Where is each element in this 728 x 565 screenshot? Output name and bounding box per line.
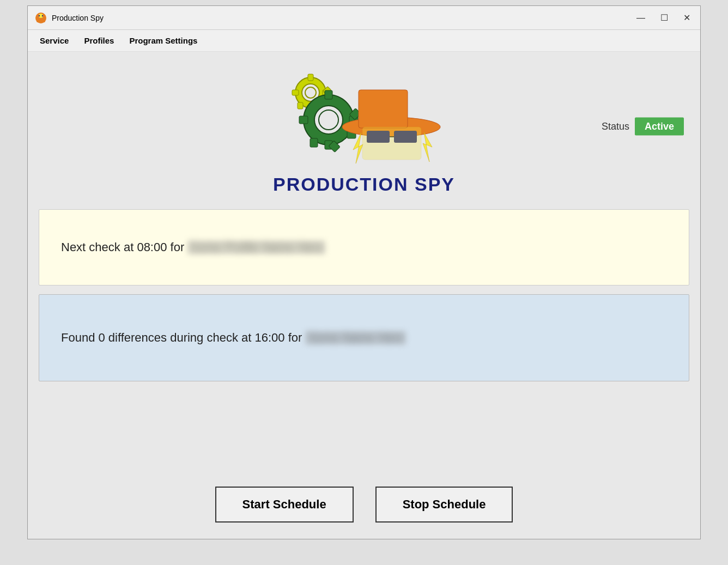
buttons-row: Start Schedule Stop Schedule xyxy=(28,473,700,539)
stop-schedule-button[interactable]: Stop Schedule xyxy=(375,487,513,523)
app-icon xyxy=(34,11,47,25)
last-check-panel: Found 0 differences during check at 16:0… xyxy=(39,294,689,381)
minimize-button[interactable]: — xyxy=(633,13,648,23)
next-check-panel: Next check at 08:00 for Some Profile Nam… xyxy=(39,209,689,285)
logo-svg xyxy=(277,63,451,172)
status-label: Status xyxy=(602,120,629,132)
logo-container: PRODUCTION SPY xyxy=(273,63,455,195)
info-panels: Next check at 08:00 for Some Profile Nam… xyxy=(28,201,700,473)
content-area: PRODUCTION SPY Status Active Next check … xyxy=(28,52,700,539)
svg-marker-30 xyxy=(423,132,432,162)
status-container: Status Active xyxy=(602,117,684,135)
svg-rect-2 xyxy=(37,20,45,22)
svg-rect-28 xyxy=(359,90,408,128)
svg-rect-34 xyxy=(362,127,421,160)
start-schedule-button[interactable]: Start Schedule xyxy=(215,487,354,523)
svg-rect-7 xyxy=(308,74,313,81)
svg-point-26 xyxy=(319,110,338,130)
last-check-text: Found 0 differences during check at 16:0… xyxy=(61,331,406,345)
title-bar: Production Spy — ☐ ✕ xyxy=(28,6,700,30)
svg-rect-14 xyxy=(298,102,303,109)
svg-rect-25 xyxy=(310,138,318,147)
svg-point-3 xyxy=(39,15,40,16)
next-check-text: Next check at 08:00 for Some Profile Nam… xyxy=(61,240,325,254)
blurred-last-profile: Some Name Here xyxy=(305,331,405,345)
svg-point-4 xyxy=(42,15,43,16)
window-title: Production Spy xyxy=(52,14,633,22)
menu-bar: Service Profiles Program Settings xyxy=(28,30,700,52)
svg-rect-18 xyxy=(325,90,332,99)
svg-rect-21 xyxy=(299,116,308,124)
svg-rect-10 xyxy=(292,90,299,95)
menu-item-service[interactable]: Service xyxy=(32,34,76,47)
status-badge: Active xyxy=(635,117,684,135)
app-title: PRODUCTION SPY xyxy=(273,174,455,195)
close-button[interactable]: ✕ xyxy=(680,13,694,23)
menu-item-program-settings[interactable]: Program Settings xyxy=(122,34,205,47)
header-section: PRODUCTION SPY Status Active xyxy=(28,52,700,201)
menu-item-profiles[interactable]: Profiles xyxy=(76,34,122,47)
blurred-profile-name: Some Profile Name Here xyxy=(187,240,325,254)
svg-point-15 xyxy=(305,87,316,98)
window-controls: — ☐ ✕ xyxy=(633,13,694,23)
main-window: Production Spy — ☐ ✕ Service Profiles Pr… xyxy=(27,5,701,539)
maximize-button[interactable]: ☐ xyxy=(657,13,671,23)
